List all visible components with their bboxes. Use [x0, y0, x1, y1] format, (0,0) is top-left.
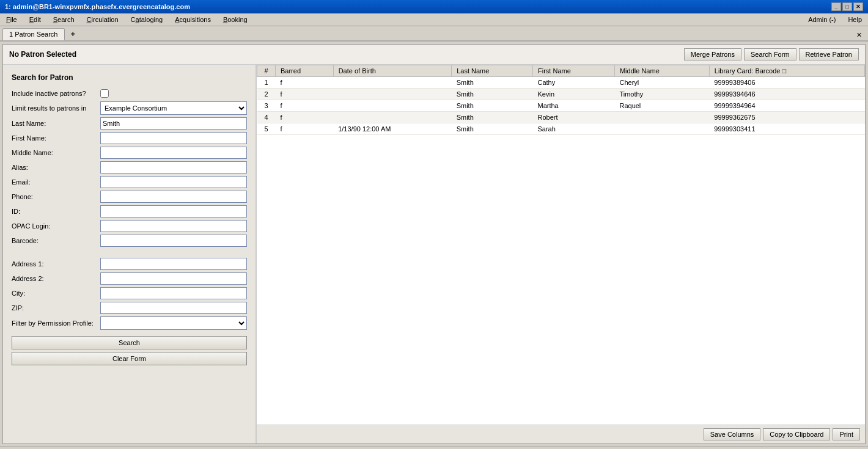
input-id[interactable] — [100, 205, 247, 217]
table-row[interactable]: 2 f Smith Kevin Timothy 99999394646 — [257, 89, 865, 100]
cell-barred: f — [276, 89, 334, 100]
tab-label: 1 Patron Search — [9, 31, 58, 38]
input-barcode[interactable] — [100, 235, 247, 247]
cell-num: 5 — [257, 123, 276, 135]
close-button[interactable]: ✕ — [853, 2, 863, 11]
search-button[interactable]: Search — [12, 336, 247, 349]
label-last-name: Last Name: — [12, 120, 100, 127]
label-include-inactive: Include inactive patrons? — [12, 90, 100, 97]
tab-add-button[interactable]: + — [66, 27, 81, 40]
cell-middle-name: Cheryl — [614, 77, 709, 89]
tab-bar: 1 Patron Search + ✕ — [0, 26, 868, 42]
tab-patron-search[interactable]: 1 Patron Search — [2, 28, 65, 40]
input-first-name[interactable] — [100, 132, 247, 144]
col-header-barred[interactable]: Barred — [276, 65, 334, 77]
print-button[interactable]: Print — [833, 428, 860, 440]
col-header-last-name[interactable]: Last Name — [452, 65, 533, 77]
checkbox-include-inactive[interactable] — [100, 89, 109, 98]
input-phone[interactable] — [100, 191, 247, 203]
cell-first-name: Kevin — [533, 89, 615, 100]
select-limit-results[interactable]: Example Consortium — [100, 101, 247, 115]
col-header-library-card[interactable]: Library Card: Barcode □ — [709, 65, 864, 77]
form-row-opac: OPAC Login: — [3, 219, 256, 233]
cell-num: 2 — [257, 89, 276, 100]
label-address2: Address 2: — [12, 275, 100, 282]
tab-bar-close[interactable]: ✕ — [853, 30, 866, 40]
menu-search[interactable]: Search — [50, 15, 78, 24]
table-row[interactable]: 5 f 1/13/90 12:00 AM Smith Sarah 9999930… — [257, 123, 865, 135]
cell-last-name: Smith — [452, 112, 533, 123]
form-row-last-name: Last Name: — [3, 116, 256, 131]
col-header-num[interactable]: # — [257, 65, 276, 77]
input-opac-login[interactable] — [100, 220, 247, 232]
cell-dob: 1/13/90 12:00 AM — [333, 123, 451, 135]
select-permission-profile[interactable] — [100, 316, 247, 330]
form-row-inactive: Include inactive patrons? — [3, 87, 256, 100]
maximize-button[interactable]: □ — [842, 2, 852, 11]
cell-middle-name: Timothy — [614, 89, 709, 100]
table-row[interactable]: 1 f Smith Cathy Cheryl 99999389406 — [257, 77, 865, 89]
cell-num: 1 — [257, 77, 276, 89]
cell-num: 4 — [257, 112, 276, 123]
clear-form-button[interactable]: Clear Form — [12, 352, 247, 365]
table-row[interactable]: 3 f Smith Martha Raquel 99999394964 — [257, 100, 865, 112]
menu-help[interactable]: Help — [844, 15, 866, 24]
menu-circulation[interactable]: Circulation — [83, 15, 122, 24]
col-header-dob[interactable]: Date of Birth — [333, 65, 451, 77]
title-text: 1: admin@BR1-winxpvmfx.phasefx.evergreen… — [5, 3, 190, 10]
col-header-first-name[interactable]: First Name — [533, 65, 615, 77]
results-tbody: 1 f Smith Cathy Cheryl 99999389406 2 f S… — [257, 77, 865, 135]
cell-last-name: Smith — [452, 89, 533, 100]
search-panel: Search for Patron Include inactive patro… — [3, 65, 257, 444]
merge-patrons-button[interactable]: Merge Patrons — [684, 48, 741, 60]
menu-admin[interactable]: Admin (-) — [804, 15, 839, 24]
input-last-name[interactable] — [100, 117, 247, 130]
table-row[interactable]: 4 f Smith Robert 99999362675 — [257, 112, 865, 123]
input-address2[interactable] — [100, 272, 247, 285]
main-content: No Patron Selected Merge Patrons Search … — [2, 44, 866, 444]
menu-file[interactable]: File — [2, 15, 21, 24]
top-action-bar: No Patron Selected Merge Patrons Search … — [3, 45, 865, 65]
label-email: Email: — [12, 178, 100, 186]
menu-edit[interactable]: Edit — [26, 15, 45, 24]
form-actions: Search Clear Form — [3, 331, 256, 368]
cell-dob — [333, 112, 451, 123]
cell-library-card: 99999389406 — [709, 77, 864, 89]
menu-booking[interactable]: Booking — [219, 15, 251, 24]
input-alias[interactable] — [100, 161, 247, 173]
results-table-container[interactable]: # Barred Date of Birth Last Name First N… — [257, 65, 865, 425]
cell-dob — [333, 100, 451, 112]
label-city: City: — [12, 290, 100, 297]
label-address1: Address 1: — [12, 260, 100, 268]
retrieve-patron-button[interactable]: Retrieve Patron — [799, 48, 859, 60]
cell-dob — [333, 89, 451, 100]
cell-middle-name — [614, 112, 709, 123]
col-header-middle-name[interactable]: Middle Name — [614, 65, 709, 77]
body-split: Search for Patron Include inactive patro… — [3, 65, 865, 444]
cell-dob — [333, 77, 451, 89]
label-id: ID: — [12, 208, 100, 215]
cell-first-name: Sarah — [533, 123, 615, 135]
input-address1[interactable] — [100, 258, 247, 270]
table-header-row: # Barred Date of Birth Last Name First N… — [257, 65, 865, 77]
copy-to-clipboard-button[interactable]: Copy to Clipboard — [763, 428, 830, 440]
label-opac-login: OPAC Login: — [12, 222, 100, 230]
input-zip[interactable] — [100, 302, 247, 314]
status-bar — [0, 447, 868, 449]
search-form-button[interactable]: Search Form — [744, 48, 796, 60]
input-middle-name[interactable] — [100, 147, 247, 159]
save-columns-button[interactable]: Save Columns — [704, 428, 761, 440]
form-row-alias: Alias: — [3, 160, 256, 175]
input-email[interactable] — [100, 176, 247, 188]
cell-barred: f — [276, 112, 334, 123]
menu-acquisitions[interactable]: Acquisitions — [171, 15, 215, 24]
title-bar: 1: admin@BR1-winxpvmfx.phasefx.evergreen… — [0, 0, 868, 13]
menu-cataloging[interactable]: Cataloging — [127, 15, 167, 24]
input-city[interactable] — [100, 287, 247, 299]
label-middle-name: Middle Name: — [12, 149, 100, 156]
cell-barred: f — [276, 123, 334, 135]
minimize-button[interactable]: _ — [831, 2, 841, 11]
form-row-first-name: First Name: — [3, 131, 256, 145]
title-bar-controls[interactable]: _ □ ✕ — [831, 2, 863, 11]
form-row-limit: Limit results to patrons in Example Cons… — [3, 100, 256, 116]
